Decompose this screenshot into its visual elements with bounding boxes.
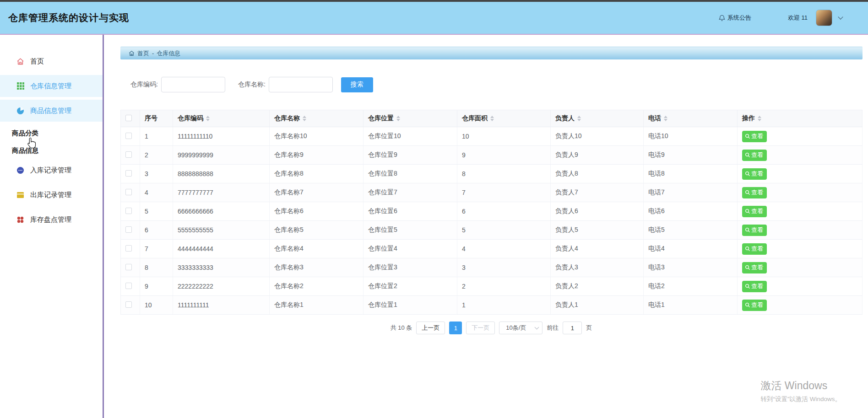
cell-location: 仓库位置7 xyxy=(363,183,457,202)
goto-page-input[interactable] xyxy=(563,322,582,334)
app-title: 仓库管理系统的设计与实现 xyxy=(8,11,129,24)
breadcrumb-home-link[interactable]: 首页 xyxy=(137,49,149,58)
view-button[interactable]: 查看 xyxy=(742,168,767,180)
column-header-2[interactable]: 仓库名称 xyxy=(270,110,363,127)
column-header-7[interactable]: 操作 xyxy=(738,110,863,127)
sidebar-item-7[interactable]: 库存盘点管理 xyxy=(0,209,103,230)
sort-caret-icon[interactable] xyxy=(758,116,761,121)
column-label: 负责人 xyxy=(555,114,575,122)
app-header: 仓库管理系统的设计与实现 系统公告 欢迎 11 xyxy=(0,2,868,35)
system-announcement-link[interactable]: 系统公告 xyxy=(719,14,751,22)
row-checkbox[interactable] xyxy=(125,283,132,289)
search-button[interactable]: 搜索 xyxy=(341,77,373,92)
view-button[interactable]: 查看 xyxy=(742,187,767,198)
view-button[interactable]: 查看 xyxy=(742,300,767,311)
row-select-cell xyxy=(121,296,140,315)
cell-name: 仓库名称1 xyxy=(270,296,363,315)
cell-index: 7 xyxy=(140,240,173,258)
warehouse-code-input[interactable] xyxy=(161,77,225,92)
view-button[interactable]: 查看 xyxy=(742,262,767,273)
avatar[interactable] xyxy=(816,10,832,26)
row-checkbox[interactable] xyxy=(125,170,132,177)
cell-location: 仓库位置1 xyxy=(363,296,457,315)
row-checkbox[interactable] xyxy=(125,264,132,270)
magnifier-icon xyxy=(745,284,750,289)
row-checkbox[interactable] xyxy=(125,226,132,233)
view-button[interactable]: 查看 xyxy=(742,206,767,217)
cell-phone: 电话10 xyxy=(644,127,738,146)
view-button[interactable]: 查看 xyxy=(742,281,767,292)
cell-manager: 负责人8 xyxy=(551,165,644,183)
magnifier-icon xyxy=(745,209,750,214)
cell-area: 5 xyxy=(457,221,551,240)
column-header-1[interactable]: 仓库编码 xyxy=(173,110,270,127)
row-checkbox[interactable] xyxy=(125,133,132,139)
row-checkbox[interactable] xyxy=(125,301,132,308)
cell-phone: 电话5 xyxy=(644,221,738,240)
sidebar-item-2[interactable]: 商品信息管理 xyxy=(0,100,103,122)
sort-caret-icon[interactable] xyxy=(206,116,210,121)
row-checkbox[interactable] xyxy=(125,151,132,158)
cell-name: 仓库名称4 xyxy=(270,240,363,258)
sidebar-item-6[interactable]: 出库记录管理 xyxy=(0,184,103,206)
sidebar-item-0[interactable]: 首页 xyxy=(0,50,103,72)
cell-phone: 电话2 xyxy=(644,277,738,296)
column-label: 操作 xyxy=(742,114,755,122)
page-size-select[interactable]: 10条/页 xyxy=(499,322,542,334)
row-select-cell xyxy=(121,146,140,165)
sidebar-item-label: 入库记录管理 xyxy=(30,166,71,175)
cell-manager: 负责人6 xyxy=(551,202,644,221)
column-header-5[interactable]: 负责人 xyxy=(551,110,644,127)
sort-caret-icon[interactable] xyxy=(577,116,581,121)
table-row: 101111111111仓库名称1仓库位置11负责人1电话1查看 xyxy=(121,296,863,315)
column-label: 序号 xyxy=(145,114,157,122)
row-checkbox[interactable] xyxy=(125,208,132,214)
column-header-4[interactable]: 仓库面积 xyxy=(457,110,551,127)
view-button[interactable]: 查看 xyxy=(742,150,767,161)
sort-caret-icon[interactable] xyxy=(396,116,400,121)
cell-manager: 负责人2 xyxy=(551,277,644,296)
warehouse-name-input[interactable] xyxy=(269,77,333,92)
prev-page-button[interactable]: 上一页 xyxy=(416,322,445,334)
sort-caret-icon[interactable] xyxy=(490,116,494,121)
view-button[interactable]: 查看 xyxy=(742,225,767,236)
table-row: 111111111110仓库名称10仓库位置1010负责人10电话10查看 xyxy=(121,127,863,146)
actions-cell: 查看 xyxy=(738,127,863,146)
view-button-label: 查看 xyxy=(751,226,763,234)
table-row: 47777777777仓库名称7仓库位置77负责人7电话7查看 xyxy=(121,183,863,202)
sort-caret-icon[interactable] xyxy=(303,116,306,121)
next-page-button[interactable]: 下一页 xyxy=(466,322,495,334)
page-number-button[interactable]: 1 xyxy=(449,322,462,334)
sidebar-item-4[interactable]: 商品信息 xyxy=(0,142,103,159)
cell-code: 11111111110 xyxy=(173,127,270,146)
cell-code: 3333333333 xyxy=(173,258,270,277)
select-all-checkbox[interactable] xyxy=(125,115,132,121)
view-button[interactable]: 查看 xyxy=(742,243,767,255)
row-checkbox[interactable] xyxy=(125,245,132,252)
cell-area: 1 xyxy=(457,296,551,315)
chevron-down-icon[interactable] xyxy=(838,14,843,19)
column-header-6[interactable]: 电话 xyxy=(644,110,738,127)
view-button[interactable]: 查看 xyxy=(742,131,767,142)
sort-caret-icon[interactable] xyxy=(664,116,667,121)
goto-prefix: 前往 xyxy=(547,324,559,332)
sidebar-item-label: 库存盘点管理 xyxy=(30,215,71,224)
column-header-3[interactable]: 仓库位置 xyxy=(363,110,457,127)
cell-location: 仓库位置3 xyxy=(363,258,457,277)
windows-activation-watermark: 激活 Windows 转到“设置”以激活 Windows。 xyxy=(760,379,841,403)
sidebar-item-1[interactable]: 仓库信息管理 xyxy=(0,75,103,97)
cell-location: 仓库位置6 xyxy=(363,202,457,221)
sidebar: 首页仓库信息管理商品信息管理商品分类商品信息入库记录管理出库记录管理库存盘点管理 xyxy=(0,35,104,418)
cell-name: 仓库名称2 xyxy=(270,277,363,296)
cell-location: 仓库位置8 xyxy=(363,165,457,183)
cell-index: 3 xyxy=(140,165,173,183)
sidebar-item-5[interactable]: 入库记录管理 xyxy=(0,159,103,181)
row-select-cell xyxy=(121,127,140,146)
row-select-cell xyxy=(121,221,140,240)
cell-code: 8888888888 xyxy=(173,165,270,183)
cell-phone: 电话7 xyxy=(644,183,738,202)
sidebar-item-label: 商品分类 xyxy=(12,129,38,138)
sidebar-item-label: 首页 xyxy=(30,57,44,66)
row-checkbox[interactable] xyxy=(125,189,132,195)
sidebar-item-3[interactable]: 商品分类 xyxy=(0,124,103,142)
